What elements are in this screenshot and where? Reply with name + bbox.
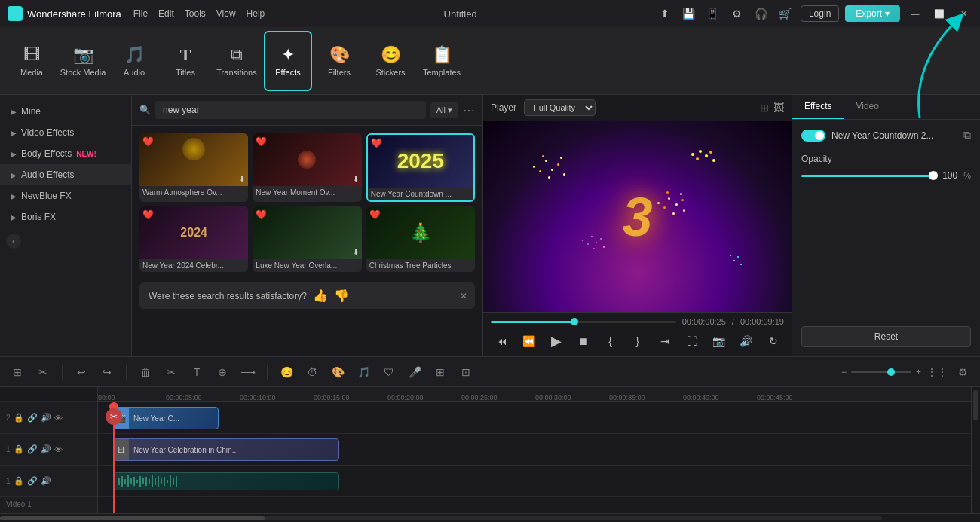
menu-tools[interactable]: Tools — [185, 8, 206, 19]
audio-button[interactable]: 🔊 — [736, 331, 757, 352]
tool-templates[interactable]: 📋 Templates — [418, 31, 466, 91]
rotate-button[interactable]: ↻ — [763, 331, 784, 352]
menu-help[interactable]: Help — [247, 8, 265, 19]
tool-filters[interactable]: 🎨 Filters — [315, 31, 363, 91]
speaker-icon[interactable]: 🔊 — [41, 413, 51, 423]
effect-card-new-year-2024[interactable]: ❤️ 2024 New Year 2024 Celebr... — [139, 206, 248, 272]
maximize-button[interactable]: ⬜ — [930, 5, 948, 23]
crop-button[interactable]: ⊕ — [213, 362, 232, 382]
scrollbar-thumb[interactable] — [973, 390, 978, 420]
link-icon[interactable]: 🔗 — [27, 413, 38, 423]
speaker-icon[interactable]: 🔊 — [41, 444, 51, 454]
thumbs-up-button[interactable]: 👍 — [313, 288, 328, 303]
link-icon[interactable]: 🔗 — [27, 476, 38, 486]
category-mine[interactable]: ▶ Mine — [0, 101, 131, 122]
reset-button[interactable]: Reset — [801, 326, 971, 347]
tool-media[interactable]: 🎞 Media — [8, 31, 56, 91]
scene-button[interactable]: ⊞ — [8, 362, 27, 382]
category-boris-fx[interactable]: ▶ Boris FX — [0, 206, 131, 227]
login-button[interactable]: Login — [801, 5, 839, 22]
effect-clip[interactable]: 🎬 New Year C... — [113, 407, 219, 429]
opacity-slider[interactable] — [801, 175, 936, 177]
tool-effects[interactable]: ✦ Effects — [264, 31, 312, 91]
headset-icon[interactable]: 🎧 — [752, 5, 770, 23]
effect-card-christmas-tree[interactable]: ❤️ 🎄 Christmas Tree Particles — [366, 206, 475, 272]
menu-edit[interactable]: Edit — [158, 8, 174, 19]
export-button[interactable]: Export ▾ — [845, 5, 900, 22]
mark-out-button[interactable]: } — [627, 331, 648, 352]
transform-button[interactable]: ⊡ — [456, 362, 476, 382]
playhead[interactable]: ✂ — [113, 402, 115, 513]
scrollbar[interactable] — [971, 387, 980, 513]
split-button[interactable]: ✂ — [161, 362, 181, 382]
thumbs-down-button[interactable]: 👎 — [334, 288, 349, 303]
lock-icon[interactable]: 🔒 — [14, 413, 24, 423]
more-options-button[interactable]: ⋯ — [463, 103, 475, 118]
copy-effect-button[interactable]: ⧉ — [963, 129, 971, 142]
tool-stock-media[interactable]: 📷 Stock Media — [59, 31, 107, 91]
settings-icon[interactable]: ⚙ — [728, 5, 746, 23]
grid-view-icon[interactable]: ⊞ — [760, 102, 769, 114]
speaker-icon[interactable]: 🔊 — [41, 476, 51, 486]
horizontal-scrollbar[interactable] — [0, 513, 980, 522]
progress-thumb[interactable] — [571, 318, 578, 325]
stop-button[interactable]: ⏹ — [573, 331, 594, 352]
collapse-panel-button[interactable]: ‹ — [0, 227, 131, 255]
eye-icon[interactable]: 👁 — [54, 414, 63, 423]
emotion-button[interactable]: 😊 — [277, 362, 296, 382]
eye-icon[interactable]: 👁 — [54, 445, 63, 454]
grid-options-button[interactable]: ⋮⋮ — [927, 362, 947, 382]
tab-effects[interactable]: Effects — [792, 95, 844, 119]
tool-transitions[interactable]: ⧉ Transitions — [213, 31, 261, 91]
slider-thumb[interactable] — [929, 171, 938, 180]
zoom-thumb[interactable] — [887, 368, 895, 376]
close-feedback-button[interactable]: ✕ — [460, 291, 467, 301]
effect-card-luxe-new-year[interactable]: ❤️ ⬇ Luxe New Year Overla... — [253, 206, 361, 272]
tool-titles[interactable]: T Titles — [161, 31, 210, 91]
lock-icon[interactable]: 🔒 — [14, 476, 24, 486]
shield-button[interactable]: 🛡 — [379, 362, 399, 382]
category-body-effects[interactable]: ▶ Body Effects NEW! — [0, 143, 131, 164]
minimize-button[interactable]: — — [906, 5, 924, 23]
screenshot-button[interactable]: 📷 — [709, 331, 730, 352]
skip-back-button[interactable]: ⏮ — [492, 331, 513, 352]
tool-stickers[interactable]: 😊 Stickers — [366, 31, 415, 91]
video-clip[interactable]: 🎞 New Year Celebration in Chin... — [113, 438, 339, 461]
tab-video[interactable]: Video — [844, 95, 890, 119]
delete-button[interactable]: 🗑 — [136, 362, 155, 382]
link-icon[interactable]: 🔗 — [27, 444, 38, 454]
play-button[interactable]: ▶ — [546, 331, 567, 352]
search-filter-dropdown[interactable]: All ▾ — [430, 102, 458, 118]
speed-button[interactable]: ⏱ — [302, 362, 322, 382]
menu-view[interactable]: View — [216, 8, 236, 19]
group-button[interactable]: ✂ — [33, 362, 53, 382]
zoom-slider[interactable] — [851, 371, 911, 373]
upload-icon[interactable]: ⬆ — [656, 5, 674, 23]
category-audio-effects[interactable]: ▶ Audio Effects — [0, 164, 131, 185]
undo-button[interactable]: ↩ — [72, 362, 91, 382]
category-video-effects[interactable]: ▶ Video Effects — [0, 122, 131, 143]
effect-toggle[interactable] — [801, 130, 825, 142]
menu-file[interactable]: File — [133, 8, 148, 19]
settings-btn[interactable]: ⚙ — [953, 362, 972, 382]
tool-audio[interactable]: 🎵 Audio — [110, 31, 158, 91]
layout-button[interactable]: ⊞ — [430, 362, 450, 382]
color-button[interactable]: 🎨 — [328, 362, 348, 382]
zoom-out-icon[interactable]: − — [841, 367, 847, 377]
h-scrollbar-thumb[interactable] — [0, 516, 265, 520]
phone-icon[interactable]: 📱 — [704, 5, 722, 23]
frame-back-button[interactable]: ⏪ — [519, 331, 540, 352]
lock-icon[interactable]: 🔒 — [14, 444, 24, 454]
store-icon[interactable]: 🛒 — [776, 5, 795, 23]
effect-card-warm-atmosphere[interactable]: ❤️ ⬇ Warm Atmosphere Ov... — [139, 133, 248, 202]
category-newblue-fx[interactable]: ▶ NewBlue FX — [0, 185, 131, 206]
audio-clip[interactable] — [113, 472, 339, 490]
audio-btn[interactable]: 🎵 — [354, 362, 373, 382]
save-icon[interactable]: 💾 — [680, 5, 698, 23]
insert-button[interactable]: ⇥ — [654, 331, 675, 352]
search-input[interactable] — [155, 101, 426, 119]
image-view-icon[interactable]: 🖼 — [773, 102, 784, 114]
effect-card-new-year-moment[interactable]: ❤️ ⬇ New Year Moment Ov... — [253, 133, 361, 202]
close-button[interactable]: ✕ — [954, 5, 972, 23]
fullscreen-button[interactable]: ⛶ — [681, 331, 703, 352]
